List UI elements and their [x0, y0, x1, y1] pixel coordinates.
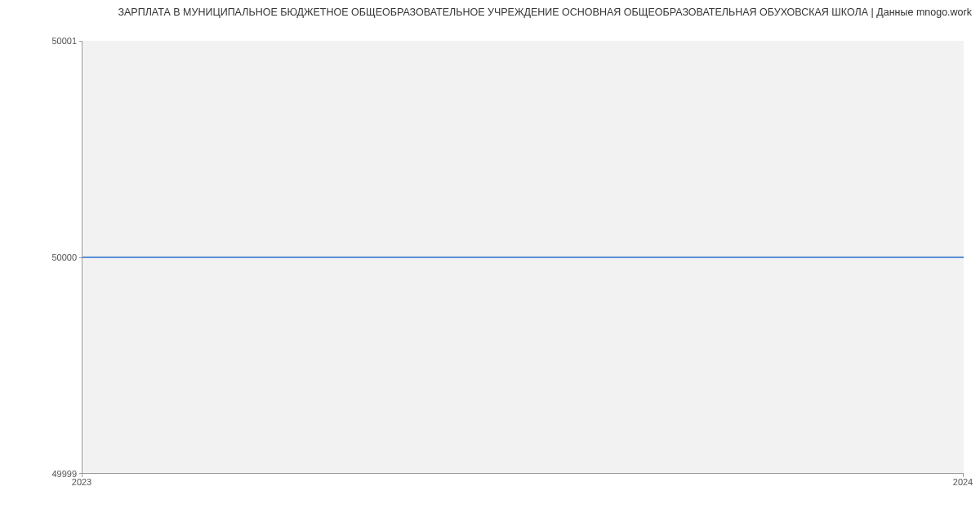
x-axis-tick-label: 2024: [953, 477, 973, 487]
y-axis-tick-label: 50000: [51, 252, 77, 262]
y-tick-mark: [79, 257, 82, 258]
chart-plot-area: 50001 50000 49999 2023 2024: [82, 25, 964, 486]
data-series-line: [82, 257, 964, 258]
y-tick-mark: [79, 41, 82, 42]
x-axis-tick-label: 2023: [72, 477, 91, 487]
chart-title: ЗАРПЛАТА В МУНИЦИПАЛЬНОЕ БЮДЖЕТНОЕ ОБЩЕО…: [118, 7, 972, 18]
y-axis-tick-label: 50001: [51, 36, 77, 46]
plot-background: [82, 41, 964, 474]
